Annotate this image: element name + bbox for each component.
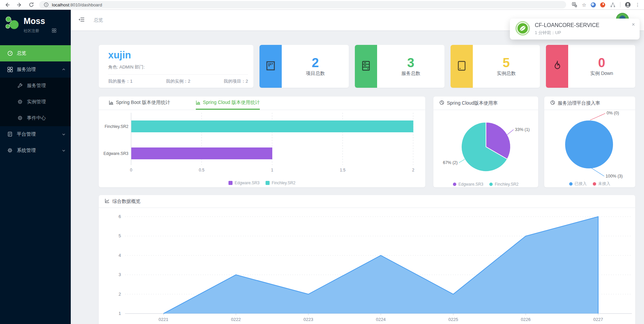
profile-avatar-icon[interactable] <box>625 2 631 8</box>
svg-text:1.5: 1.5 <box>340 168 345 172</box>
svg-text:4: 4 <box>119 253 121 258</box>
svg-text:3: 3 <box>119 272 121 277</box>
extension-orange-icon[interactable] <box>600 2 605 7</box>
close-icon[interactable]: × <box>632 22 635 27</box>
svg-text:1: 1 <box>119 311 121 316</box>
sidebar-item-overview[interactable]: 总览 <box>0 45 71 61</box>
chevron-down-icon <box>62 132 65 137</box>
legend-label: Edgware.SR3 <box>458 182 483 187</box>
spring-leaf-icon <box>515 20 531 38</box>
svg-text:0223: 0223 <box>304 317 313 322</box>
sidebar-item-event-center[interactable]: 事件中心 <box>0 110 71 126</box>
tab-spring-cloud-stats[interactable]: Spring Cloud 版本使用统计 <box>196 97 260 110</box>
pie-chart-icon <box>550 100 555 106</box>
svg-text:0226: 0226 <box>521 317 531 322</box>
svg-text:0222: 0222 <box>231 317 241 322</box>
legend-item[interactable]: Edgware.SR3 <box>453 182 483 187</box>
gear-icon <box>7 148 13 153</box>
bar-chart: 00.511.52Finchley.SR2Edgware.SR3 Edgware… <box>99 110 425 187</box>
stat-value: 0 <box>598 56 605 69</box>
overview-area-card: 综合数据概览 123456022102220223022402250226022… <box>99 195 635 324</box>
platform-access-card: 服务治理平台接入率 100% (3)0% (0) 已接入未接入 <box>544 97 635 187</box>
svg-text:6: 6 <box>119 214 121 219</box>
svg-text:5: 5 <box>119 233 121 238</box>
registry-grid-icon[interactable] <box>52 28 57 34</box>
service-governance-submenu: 服务管理 实例管理 事件中心 <box>0 78 71 126</box>
sidebar-item-instance-management[interactable]: 实例管理 <box>0 94 71 110</box>
user-role-line: 角色: ADMIN 部门: <box>108 64 244 70</box>
sidebar-item-label: 系统管理 <box>17 147 36 154</box>
legend-swatch <box>593 182 596 186</box>
user-name: xujin <box>108 50 244 61</box>
browser-toolbar: localhost:8010/dashboard ☆ ⋮ <box>0 0 644 10</box>
project-board-icon <box>265 60 277 73</box>
sidebar-collapse-icon[interactable] <box>78 17 85 24</box>
legend-label: Edgware.SR3 <box>235 181 259 185</box>
brand: Moss 社区注册 <box>0 10 71 45</box>
stat-card-instances-down: 0 实例 Down <box>546 45 635 88</box>
profile-doc-icon <box>7 132 13 137</box>
spring-cloud-usage-pie: 33% (1)67% (2) Edgware.SR3Finchley.SR2 <box>433 110 538 189</box>
reload-button[interactable] <box>28 2 34 8</box>
wrench-icon <box>18 83 23 88</box>
bar-chart-legend[interactable]: Edgware.SR3Finchley.SR2 <box>99 181 425 185</box>
my-projects-count: 我的项目：2 <box>224 78 248 84</box>
tab-label: Spring Boot 版本使用统计 <box>116 100 170 106</box>
extension-blue-icon[interactable] <box>591 2 596 7</box>
svg-text:100% (3): 100% (3) <box>606 174 623 179</box>
pie-legend[interactable]: Edgware.SR3Finchley.SR2 <box>433 182 538 187</box>
stat-label: 项目总数 <box>306 71 325 77</box>
server-icon <box>360 60 372 73</box>
legend-swatch <box>453 183 456 186</box>
stat-label: 实例总数 <box>497 71 516 77</box>
legend-swatch <box>266 181 270 185</box>
sidebar-item-label: 服务管理 <box>27 83 46 89</box>
sidebar-item-label: 服务治理 <box>17 66 36 73</box>
address-bar[interactable]: localhost:8010/dashboard <box>39 1 566 8</box>
sitemap-icon[interactable] <box>610 2 616 8</box>
user-info-card: xujin 角色: ADMIN 部门: 我的服务：1 我的实例：2 我的项目：2 <box>99 45 253 88</box>
breadcrumb[interactable]: 总览 <box>94 17 103 23</box>
gear-icon <box>18 99 23 105</box>
tablet-icon <box>456 60 468 73</box>
sidebar-item-service-governance[interactable]: 服务治理 <box>0 61 71 78</box>
notification-toast[interactable]: CF-LOANCORE-SERVICE 1 分钟前：UP × <box>510 19 640 39</box>
sidebar-item-platform-management[interactable]: 平台管理 <box>0 126 71 142</box>
legend-label: Finchley.SR2 <box>272 181 295 185</box>
sidebar-item-system-management[interactable]: 系统管理 <box>0 142 71 159</box>
stat-label: 服务总数 <box>401 71 420 77</box>
appstore-grid-icon <box>7 67 13 72</box>
brand-subtitle: 社区注册 <box>24 28 39 33</box>
bookmark-star-icon[interactable]: ☆ <box>582 2 586 7</box>
translate-icon[interactable] <box>572 2 578 8</box>
card-title: 综合数据概览 <box>112 198 141 205</box>
tab-spring-boot-stats[interactable]: Spring Boot 版本使用统计 <box>109 97 170 110</box>
page-info-icon[interactable] <box>43 2 49 8</box>
stat-card-services: 3 服务总数 <box>355 45 444 88</box>
card-title: Spring Cloud版本使用率 <box>447 100 498 106</box>
legend-item[interactable]: Finchley.SR2 <box>266 181 295 185</box>
legend-item[interactable]: 未接入 <box>593 181 610 187</box>
sidebar-item-service-management[interactable]: 服务管理 <box>0 78 71 94</box>
back-button[interactable] <box>4 2 10 8</box>
forward-button[interactable] <box>16 2 22 8</box>
version-stats-card: Spring Boot 版本使用统计 Spring Cloud 版本使用统计 0… <box>99 97 425 187</box>
legend-item[interactable]: Edgware.SR3 <box>228 181 259 185</box>
legend-item[interactable]: 已接入 <box>569 181 587 187</box>
spring-cloud-usage-card: Spring Cloud版本使用率 33% (1)67% (2) Edgware… <box>433 97 538 187</box>
browser-menu-icon[interactable]: ⋮ <box>635 2 640 7</box>
pie-legend[interactable]: 已接入未接入 <box>544 181 635 187</box>
legend-swatch <box>228 181 233 185</box>
line-chart-icon <box>105 198 110 204</box>
svg-text:2: 2 <box>119 292 121 297</box>
sidebar-item-label: 事件中心 <box>27 115 46 121</box>
legend-item[interactable]: Finchley.SR2 <box>489 182 518 187</box>
chevron-down-icon <box>62 148 65 153</box>
legend-label: 已接入 <box>575 181 587 187</box>
svg-text:2: 2 <box>412 168 415 172</box>
my-services-count: 我的服务：1 <box>108 78 132 84</box>
stat-value: 3 <box>407 56 414 69</box>
legend-label: 未接入 <box>598 181 610 187</box>
overview-area-chart: 1234560221022202230224022502260227 <box>99 208 635 324</box>
toast-title: CF-LOANCORE-SERVICE <box>535 22 600 28</box>
